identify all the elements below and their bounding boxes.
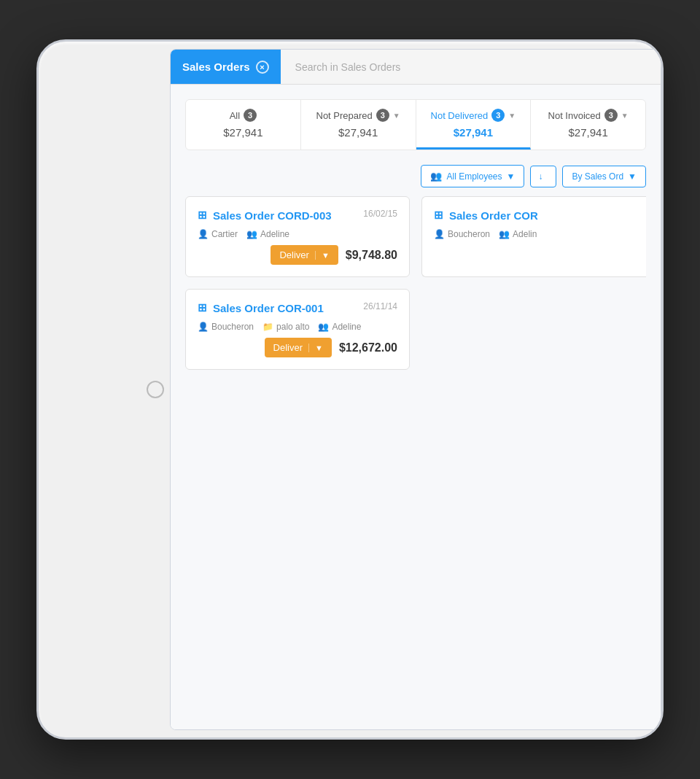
card3-person2: 👥 Adeline — [318, 322, 361, 332]
order-icon-partial: ⊞ — [434, 209, 443, 222]
side-indicator — [147, 381, 164, 398]
search-bar[interactable]: Search in Sales Orders — [281, 61, 661, 73]
card-partial-header: ⊞ Sales Order COR — [434, 209, 634, 222]
filter-not-prepared-amount: $27,941 — [313, 126, 404, 139]
deliver-dropdown-icon[interactable]: ▼ — [315, 251, 330, 260]
card-partial-person1: 👤 Boucheron — [434, 229, 490, 239]
card-cor-partial[interactable]: ⊞ Sales Order COR 👤 Boucheron 👥 Adelin — [421, 196, 646, 277]
card3-date: 26/11/14 — [363, 301, 397, 311]
filter-not-delivered-badge: 3 — [491, 109, 505, 122]
person-icon: 👤 — [198, 229, 209, 239]
card-cor-001[interactable]: ⊞ Sales Order COR-001 26/11/14 👤 Boucher… — [185, 289, 410, 370]
filter-bar: All 3 $27,941 Not Prepared 3 ▼ $27,941 — [185, 99, 646, 150]
partial-person1-label: Boucheron — [448, 229, 490, 239]
filter-not-invoiced[interactable]: Not Invoiced 3 ▼ $27,941 — [531, 100, 645, 150]
card3-person1: 👤 Boucheron — [198, 322, 254, 332]
deliver-button-cor-001[interactable]: Deliver ▼ — [265, 338, 332, 357]
card-title-text: Sales Order CORD-003 — [213, 209, 332, 222]
employee-icon: 👥 — [430, 171, 442, 182]
toolbar: 👥 All Employees ▼ ↓ By Sales Ord ▼ — [171, 165, 661, 196]
all-employees-label: All Employees — [446, 171, 502, 182]
tab-close-button[interactable]: × — [256, 61, 269, 74]
card3-person1-label: Boucheron — [211, 322, 254, 332]
card3-title: ⊞ Sales Order COR-001 — [198, 301, 324, 314]
filter-not-invoiced-badge: 3 — [604, 109, 618, 122]
employees-dropdown-icon: ▼ — [507, 171, 516, 182]
deliver-label: Deliver — [279, 249, 314, 260]
filter-not-prepared[interactable]: Not Prepared 3 ▼ $27,941 — [301, 100, 416, 150]
filter-not-invoiced-amount: $27,941 — [542, 126, 634, 139]
cards-grid: ⊞ Sales Order CORD-003 16/02/15 👤 Cartie… — [171, 196, 661, 370]
all-employees-button[interactable]: 👥 All Employees ▼ — [421, 165, 524, 187]
filter-not-delivered-amount: $27,941 — [428, 126, 519, 139]
card3-footer: Deliver ▼ $12,672.00 — [198, 338, 397, 357]
card3-location-label: palo alto — [276, 322, 309, 332]
sort-by-label: By Sales Ord — [572, 171, 623, 182]
filter-not-delivered[interactable]: Not Delivered 3 ▼ $27,941 — [416, 100, 532, 150]
card-cord-003[interactable]: ⊞ Sales Order CORD-003 16/02/15 👤 Cartie… — [185, 196, 410, 277]
filter-all-badge: 3 — [244, 109, 257, 122]
deliver-button-cord-003[interactable]: Deliver ▼ — [271, 245, 338, 265]
filter-not-delivered-label: Not Delivered — [431, 110, 489, 121]
card3-person2-label: Adeline — [332, 322, 361, 332]
card-header: ⊞ Sales Order CORD-003 16/02/15 — [198, 209, 397, 222]
deliver-label-3: Deliver — [273, 342, 308, 353]
card-partial-meta: 👤 Boucheron 👥 Adelin — [434, 229, 634, 239]
card-amount: $9,748.80 — [346, 249, 397, 262]
sort-by-button[interactable]: By Sales Ord ▼ — [562, 166, 646, 187]
order-icon-3: ⊞ — [198, 301, 207, 314]
sort-dropdown-icon: ▼ — [628, 171, 637, 182]
filter-not-prepared-arrow: ▼ — [393, 112, 400, 120]
card-footer: Deliver ▼ $9,748.80 — [198, 245, 397, 265]
deliver-dropdown-icon-3[interactable]: ▼ — [308, 344, 323, 352]
person2-icon-partial: 👥 — [499, 229, 510, 239]
location-icon: 📁 — [262, 322, 273, 332]
person2-icon-3: 👥 — [318, 322, 329, 332]
search-placeholder: Search in Sales Orders — [295, 61, 401, 73]
tab-sales-orders[interactable]: Sales Orders × — [171, 50, 281, 84]
card3-location: 📁 palo alto — [262, 322, 309, 332]
card-title: ⊞ Sales Order CORD-003 — [198, 209, 332, 222]
partial-person2-label: Adelin — [513, 229, 537, 239]
card3-title-text: Sales Order COR-001 — [213, 302, 324, 314]
filter-not-invoiced-arrow: ▼ — [621, 112, 629, 120]
filter-not-prepared-label: Not Prepared — [316, 110, 373, 121]
tab-bar: Sales Orders × Search in Sales Orders — [171, 50, 661, 85]
card-meta: 👤 Cartier 👥 Adeline — [198, 229, 397, 239]
filter-not-delivered-arrow: ▼ — [508, 112, 516, 120]
filter-all[interactable]: All 3 $27,941 — [186, 100, 301, 150]
card-person2: 👥 Adeline — [246, 229, 289, 239]
order-icon: ⊞ — [198, 209, 207, 222]
card3-meta: 👤 Boucheron 📁 palo alto 👥 Adeline — [198, 322, 397, 332]
person2-icon: 👥 — [246, 229, 257, 239]
card3-amount: $12,672.00 — [339, 341, 397, 354]
person-icon-3: 👤 — [198, 322, 209, 332]
card-partial-person2: 👥 Adelin — [499, 229, 537, 239]
person1-label: Cartier — [211, 229, 238, 239]
filter-all-label: All — [230, 110, 240, 121]
tab-label: Sales Orders — [182, 61, 250, 73]
filter-not-invoiced-label: Not Invoiced — [548, 110, 601, 121]
card-date: 16/02/15 — [363, 209, 397, 219]
card-partial-title-text: Sales Order COR — [449, 209, 538, 222]
person2-label: Adeline — [260, 229, 289, 239]
filter-all-amount: $27,941 — [198, 126, 289, 139]
card-person1: 👤 Cartier — [198, 229, 238, 239]
filter-not-prepared-badge: 3 — [376, 109, 389, 122]
sort-direction-icon: ↓ — [538, 171, 542, 182]
card3-header: ⊞ Sales Order COR-001 26/11/14 — [198, 301, 397, 314]
sort-direction-button[interactable]: ↓ — [530, 166, 556, 187]
card-partial-title: ⊞ Sales Order COR — [434, 209, 538, 222]
person-icon-partial: 👤 — [434, 229, 445, 239]
main-content: All 3 $27,941 Not Prepared 3 ▼ $27,941 — [171, 85, 661, 729]
